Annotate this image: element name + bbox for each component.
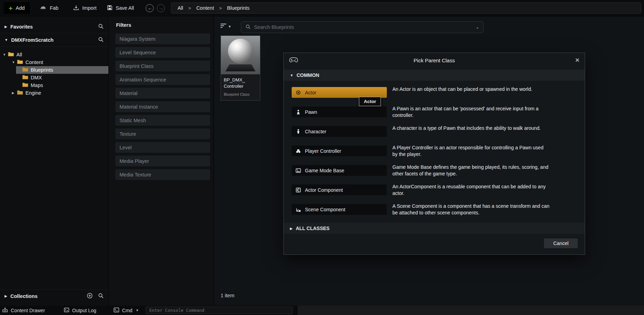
cmd-button[interactable]: Cmd ▾	[114, 307, 138, 314]
folder-icon	[8, 52, 14, 57]
chevron-right-icon: ▶	[5, 25, 7, 29]
class-option-actor-component[interactable]: Actor Component	[292, 184, 387, 195]
player-controller-icon	[296, 148, 301, 154]
filter-options-button[interactable]: ▾	[220, 23, 231, 30]
back-icon[interactable]: ←	[146, 4, 154, 12]
filter-chip-level[interactable]: Level	[115, 142, 210, 153]
tree-item-blueprints[interactable]: Blueprints	[16, 66, 108, 74]
filter-lines-icon	[220, 23, 227, 30]
filter-chip-animation-sequence[interactable]: Animation Sequence	[115, 74, 210, 85]
sphere-render	[228, 39, 253, 64]
pedestal-shadow	[225, 64, 255, 71]
add-button[interactable]: + Add	[3, 2, 30, 14]
tree-item-label: DMX	[31, 75, 42, 80]
asset-label: BP_DMX_ Controller Blueprint Class	[221, 75, 260, 100]
search-input[interactable]	[254, 24, 473, 30]
plus-icon: +	[9, 5, 13, 11]
chevron-down-icon: ▼	[5, 38, 8, 42]
tree-item-content[interactable]: ▼ Content	[0, 58, 108, 66]
class-option-game-mode-base[interactable]: Game Mode Base	[292, 165, 387, 176]
tree-item-maps[interactable]: Maps	[0, 81, 108, 89]
search-icon[interactable]	[98, 37, 104, 44]
search-icon[interactable]	[98, 293, 104, 300]
filter-chip-blueprint-class[interactable]: Blueprint Class	[115, 61, 210, 71]
tree-item-label: All	[16, 52, 22, 57]
class-option-scene-component[interactable]: Scene Component	[292, 204, 387, 215]
common-section-header[interactable]: ▼ COMMON	[284, 70, 585, 81]
chevron-down-icon[interactable]: ▾	[136, 308, 138, 313]
add-collection-icon[interactable]	[87, 293, 93, 300]
class-description: An ActorComponent is a reusable componen…	[392, 183, 550, 197]
class-description: Game Mode Base defines the game being pl…	[392, 164, 550, 177]
class-option-player-controller[interactable]: Player Controller	[292, 145, 387, 156]
search-icon[interactable]	[98, 23, 104, 30]
forward-icon[interactable]: →	[157, 4, 165, 12]
cmd-label: Cmd	[122, 308, 132, 313]
class-row-pawn: Pawn A Pawn is an actor that can be 'pos…	[292, 107, 585, 117]
class-row-actor-component: Actor Component An ActorComponent is a r…	[292, 184, 585, 195]
tree-item-engine[interactable]: ▶ Engine	[0, 89, 108, 97]
class-option-pawn[interactable]: Pawn	[292, 107, 387, 117]
asset-type: Blueprint Class	[224, 92, 257, 97]
content-drawer-button[interactable]: Content Drawer	[2, 307, 45, 314]
import-button[interactable]: Import	[73, 5, 97, 11]
tree-item-label: Engine	[25, 90, 41, 96]
console-command-input[interactable]	[149, 308, 289, 313]
search-bar: ⌄	[241, 21, 484, 33]
chevron-down-icon[interactable]: ▼	[12, 61, 17, 64]
asset-name-line1: BP_DMX_	[224, 77, 245, 83]
class-option-actor[interactable]: Actor	[292, 87, 387, 98]
filter-chip-static-mesh[interactable]: Static Mesh	[115, 115, 210, 126]
gamepad-icon	[289, 56, 298, 64]
output-log-button[interactable]: Output Log	[64, 307, 96, 314]
output-log-label: Output Log	[72, 308, 96, 313]
filter-chip-media-texture[interactable]: Media Texture	[115, 169, 210, 180]
filter-chip-level-sequence[interactable]: Level Sequence	[115, 47, 210, 58]
character-icon	[296, 129, 301, 134]
close-icon[interactable]: ×	[575, 56, 580, 64]
tree-item-label: Content	[25, 60, 43, 65]
asset-tile-bp-dmx-controller[interactable]: BP_DMX_ Controller Blueprint Class	[221, 36, 260, 101]
class-option-label: Pawn	[305, 109, 317, 115]
fab-button-label: Fab	[50, 5, 59, 11]
filter-chip-material[interactable]: Material	[115, 88, 210, 99]
class-option-character[interactable]: Character	[292, 126, 387, 137]
fab-button[interactable]: Fab	[40, 5, 59, 11]
collections-label: Collections	[10, 293, 38, 299]
class-option-label: Actor Component	[305, 187, 343, 193]
breadcrumb-item-all[interactable]: All	[177, 5, 183, 11]
filter-chip-niagara-system[interactable]: Niagara System	[115, 33, 210, 44]
save-all-icon	[107, 5, 113, 11]
breadcrumb-separator: >	[189, 6, 191, 11]
tree-item-dmx[interactable]: DMX	[0, 74, 108, 81]
breadcrumb-item-content[interactable]: Content	[196, 5, 214, 11]
chevron-down-icon[interactable]: ▼	[3, 53, 8, 56]
tree-item-all[interactable]: ▼ All	[0, 51, 108, 58]
chevron-right-icon[interactable]: ▶	[12, 91, 17, 95]
chevron-right-icon: ▶	[5, 294, 7, 298]
class-description: A Pawn is an actor that can be 'possesse…	[392, 105, 550, 119]
filter-chip-media-player[interactable]: Media Player	[115, 156, 210, 166]
status-bar-filler	[298, 306, 644, 315]
class-row-player-controller: Player Controller A Player Controller is…	[292, 145, 585, 156]
collections-header[interactable]: ▶ Collections	[0, 290, 108, 302]
chevron-down-icon[interactable]: ⌄	[476, 25, 479, 30]
class-option-label: Character	[305, 129, 326, 134]
tree-item-label: Blueprints	[31, 67, 53, 73]
favorites-header[interactable]: ▶ Favorites	[0, 20, 108, 33]
breadcrumb-item-blueprints[interactable]: Blueprints	[227, 5, 250, 11]
pawn-icon	[296, 109, 301, 115]
content-drawer-label: Content Drawer	[11, 308, 45, 313]
filter-chip-material-instance[interactable]: Material Instance	[115, 101, 210, 112]
project-label: DMXFromScratch	[11, 37, 54, 43]
cancel-button[interactable]: Cancel	[544, 238, 578, 248]
output-log-icon	[64, 307, 69, 314]
item-count: 1 item	[221, 293, 235, 298]
content-drawer-icon	[2, 307, 8, 314]
folder-icon	[22, 75, 28, 80]
save-all-button[interactable]: Save All	[107, 5, 134, 11]
project-header[interactable]: ▼ DMXFromScratch	[0, 33, 108, 47]
save-all-button-label: Save All	[116, 5, 134, 11]
filter-chip-texture[interactable]: Texture	[115, 128, 210, 139]
all-classes-section-header[interactable]: ▶ ALL CLASSES	[284, 223, 585, 234]
